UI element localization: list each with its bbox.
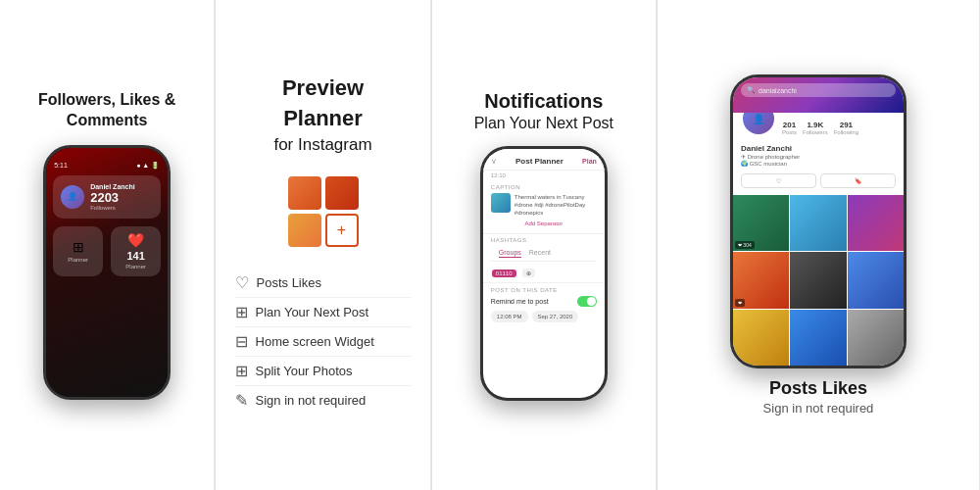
hashtags-section: HASHTAGS Groups Recent 01110 ⊕ xyxy=(483,234,605,283)
section4-subtitle: Sign in not required xyxy=(763,401,874,416)
followers-widget: 👤 Daniel Zanchi 2203 Followers xyxy=(53,175,161,219)
phone-3: ∨ Post Planner Plan 12:10 CAPTION Therma… xyxy=(480,146,608,401)
grid-item-2[interactable] xyxy=(790,195,846,251)
search-icon: 🔍 xyxy=(747,86,756,94)
phone-3-screen: ∨ Post Planner Plan 12:10 CAPTION Therma… xyxy=(483,149,605,398)
section-profile: 🔍 danialzanchi 👤 201 Posts 1.9K Follower… xyxy=(658,0,980,490)
tab-groups[interactable]: Groups xyxy=(499,249,521,258)
section3-title: Notifications xyxy=(484,90,603,113)
grid-item-8[interactable] xyxy=(790,310,846,366)
profile-name-area: Daniel Zanchi ✈ Drone photographer 🌍 GSC… xyxy=(733,142,904,171)
grid-item-6[interactable] xyxy=(848,252,904,308)
avatar-widget: 👤 xyxy=(61,185,84,209)
grid-item-7[interactable] xyxy=(733,310,789,366)
feature-list: ♡ Posts Likes ⊞ Plan Your Next Post ⊟ Ho… xyxy=(235,269,412,415)
calendar-feat-icon: ⊞ xyxy=(235,303,248,321)
section2-main-title: Preview xyxy=(282,75,364,101)
status-bar-1: 5:11 ● ▲ 🔋 xyxy=(46,160,168,172)
date-picker[interactable]: Sep 27, 2020 xyxy=(532,311,579,322)
p3-thumbnail xyxy=(491,193,511,213)
feature-plan-post: ⊞ Plan Your Next Post xyxy=(235,298,412,327)
like-btn[interactable]: ♡ xyxy=(741,173,816,188)
section4-title: Posts Likes xyxy=(769,378,867,399)
grid-cell-plus: + xyxy=(325,214,359,247)
section2-sub-title1: Planner xyxy=(283,106,363,131)
time-picker[interactable]: 12:08 PM xyxy=(491,311,528,322)
section-preview: Preview Planner for Instagram + ♡ Posts … xyxy=(216,0,430,490)
schedule-section: POST ON THIS DATE Remind me to post 12:0… xyxy=(483,283,605,326)
hashtag-tabs: Groups Recent xyxy=(491,246,597,262)
app-icon: + xyxy=(284,172,363,251)
grid-feat-icon: ⊞ xyxy=(235,362,248,380)
tab-recent[interactable]: Recent xyxy=(529,249,551,258)
grid-item-4[interactable]: ❤ xyxy=(733,252,789,308)
phone-4-screen: 🔍 danialzanchi 👤 201 Posts 1.9K Follower… xyxy=(733,77,904,366)
planner-icon: ⊞ xyxy=(73,239,84,255)
section1-title: Followers, Likes & Comments xyxy=(10,90,204,131)
grid-item-3[interactable] xyxy=(848,195,904,251)
feature-widget: ⊟ Home screen Widget xyxy=(235,327,412,357)
p4-header: 🔍 danialzanchi xyxy=(733,77,904,113)
following-stat: 291 Following xyxy=(834,121,858,135)
section-followers: Followers, Likes & Comments 5:11 ● ▲ 🔋 👤… xyxy=(0,0,215,490)
grid-item-9[interactable] xyxy=(848,310,904,366)
add-separator-btn[interactable]: Add Separator xyxy=(491,218,597,229)
grid-item-5[interactable] xyxy=(790,252,846,308)
phone-4: 🔍 danialzanchi 👤 201 Posts 1.9K Follower… xyxy=(730,74,906,368)
photo-grid: ❤ 304 ❤ xyxy=(733,195,904,366)
grid-icon: + xyxy=(284,172,363,251)
section2-sub-title2: for Instagram xyxy=(273,135,371,155)
widget-likes: ❤️ 141 Planner xyxy=(111,226,161,276)
phone-1-screen: 5:11 ● ▲ 🔋 👤 Daniel Zanchi 2203 Follower… xyxy=(46,148,168,397)
feature-split-photos: ⊞ Split Your Photos xyxy=(235,357,412,386)
feature-no-signin: ✎ Sign in not required xyxy=(235,386,412,415)
hashtag-tag[interactable]: 01110 xyxy=(492,270,516,277)
grid-cell-2 xyxy=(325,176,359,210)
section-notifications: Notifications Plan Your Next Post ∨ Post… xyxy=(432,0,657,490)
bookmark-btn[interactable]: 🔖 xyxy=(820,173,896,188)
search-bar[interactable]: 🔍 danialzanchi xyxy=(741,83,896,97)
widget-planner: ⊞ Planner xyxy=(53,226,103,276)
caption-section: CAPTION Thermal waters in Tuscany #drone… xyxy=(483,180,605,234)
widget-feat-icon: ⊟ xyxy=(235,332,248,351)
heart-icon: ❤️ xyxy=(127,232,144,248)
remind-toggle[interactable] xyxy=(577,296,597,307)
profile-actions: ♡ 🔖 xyxy=(733,171,904,191)
pencil-feat-icon: ✎ xyxy=(235,391,248,410)
stats-row: 201 Posts 1.9K Followers 291 Following xyxy=(782,121,858,135)
widget-row: ⊞ Planner ❤️ 141 Planner xyxy=(53,226,161,276)
grid-cell-1 xyxy=(288,176,321,210)
plan-button[interactable]: Plan xyxy=(582,158,597,165)
posts-stat: 201 Posts xyxy=(782,121,797,135)
phone-1: 5:11 ● ▲ 🔋 👤 Daniel Zanchi 2203 Follower… xyxy=(43,145,171,400)
feature-posts-likes: ♡ Posts Likes xyxy=(235,269,412,298)
heart-feat-icon: ♡ xyxy=(235,273,249,292)
p3-header: ∨ Post Planner Plan xyxy=(483,149,605,171)
section3-subtitle: Plan Your Next Post xyxy=(474,115,613,132)
grid-cell-3 xyxy=(288,214,321,247)
grid-item-1[interactable]: ❤ 304 xyxy=(733,195,789,251)
followers-stat: 1.9K Followers xyxy=(803,121,828,135)
